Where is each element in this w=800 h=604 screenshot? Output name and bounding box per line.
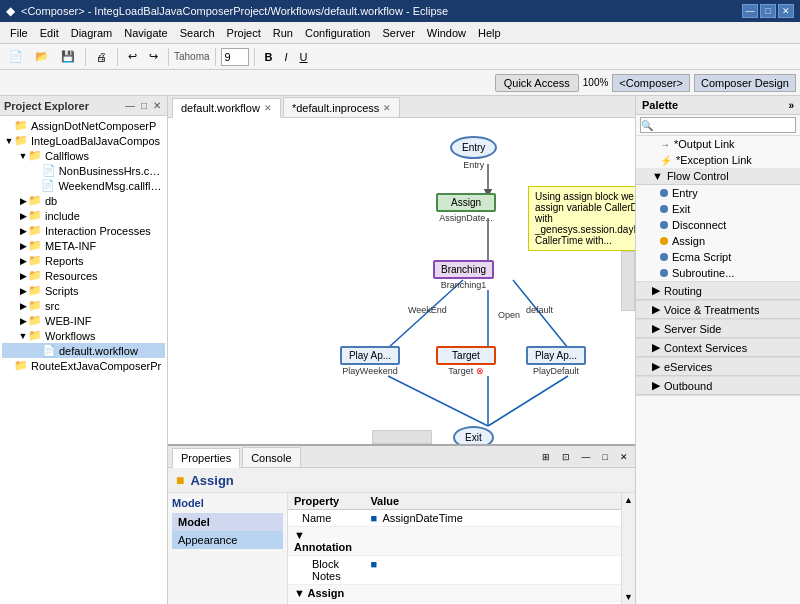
toolbar-italic[interactable]: I [280, 48, 293, 66]
palette-item-exit[interactable]: Exit [636, 201, 800, 217]
tree-item[interactable]: ▶📁Reports [2, 253, 165, 268]
panel-close-btn[interactable]: ✕ [151, 100, 163, 111]
node-entry[interactable]: Entry Entry [450, 136, 497, 170]
palette-item-exception-link[interactable]: ⚡ *Exception Link [636, 152, 800, 168]
toolbar-save[interactable]: 💾 [56, 47, 80, 66]
tab-close-inprocess[interactable]: ✕ [383, 103, 391, 113]
tree-item[interactable]: ▶📁WEB-INF [2, 313, 165, 328]
menu-run[interactable]: Run [267, 25, 299, 41]
tree-toggle-icon[interactable]: ▼ [18, 151, 28, 161]
palette-item-assign[interactable]: Assign [636, 233, 800, 249]
tab-default-inprocess[interactable]: *default.inprocess ✕ [283, 97, 400, 117]
composer-design-button[interactable]: Composer Design [694, 74, 796, 92]
minimize-button[interactable]: — [742, 4, 758, 18]
palette-search-input[interactable] [640, 117, 796, 133]
tree-item[interactable]: 📄WeekendMsg.callflow [2, 178, 165, 193]
bottom-panel-btn4[interactable]: □ [598, 449, 613, 465]
menu-diagram[interactable]: Diagram [65, 25, 119, 41]
palette-section-header-server[interactable]: ▶ Server Side [636, 320, 800, 338]
palette-item-ecma[interactable]: Ecma Script [636, 249, 800, 265]
tree-toggle-icon[interactable]: ▶ [18, 226, 28, 236]
tree-item[interactable]: ▼📁IntegLoadBalJavaCompos [2, 133, 165, 148]
bottom-panel-btn2[interactable]: ⊡ [557, 449, 575, 465]
panel-minimize-btn[interactable]: — [123, 100, 137, 111]
menu-configuration[interactable]: Configuration [299, 25, 376, 41]
palette-item-subroutine[interactable]: Subroutine... [636, 265, 800, 281]
tree-toggle-icon[interactable]: ▶ [18, 286, 28, 296]
menu-help[interactable]: Help [472, 25, 507, 41]
palette-item-output-link[interactable]: → *Output Link [636, 136, 800, 152]
close-button[interactable]: ✕ [778, 4, 794, 18]
palette-section-header-routing[interactable]: ▶ Routing [636, 282, 800, 300]
workflow-canvas[interactable]: WeekEnd Open default Entry [168, 118, 635, 444]
toolbar-new[interactable]: 📄 [4, 47, 28, 66]
horizontal-scrollbar[interactable] [372, 430, 432, 444]
tab-console[interactable]: Console [242, 447, 300, 467]
palette-section-header-eservices[interactable]: ▶ eServices [636, 358, 800, 376]
palette-item-entry[interactable]: Entry [636, 185, 800, 201]
tree-toggle-icon[interactable]: ▼ [18, 331, 28, 341]
palette-section-header-context[interactable]: ▶ Context Services [636, 339, 800, 357]
panel-maximize-btn[interactable]: □ [139, 100, 149, 111]
menu-navigate[interactable]: Navigate [118, 25, 173, 41]
tree-item[interactable]: ▶📁Scripts [2, 283, 165, 298]
maximize-button[interactable]: □ [760, 4, 776, 18]
bottom-panel-btn3[interactable]: — [577, 449, 596, 465]
tree-item[interactable]: ▼📁Workflows [2, 328, 165, 343]
node-assign[interactable]: Assign AssignDate... [436, 193, 496, 223]
node-target[interactable]: Target Target ⊗ [436, 346, 496, 376]
tree-toggle-icon[interactable]: ▶ [18, 196, 28, 206]
tree-item[interactable]: ▶📁include [2, 208, 165, 223]
scroll-up-btn[interactable]: ▲ [624, 495, 633, 505]
composer-perspective-button[interactable]: <Composer> [612, 74, 690, 92]
toolbar-bold[interactable]: B [260, 48, 278, 66]
menu-server[interactable]: Server [376, 25, 420, 41]
palette-item-disconnect[interactable]: Disconnect [636, 217, 800, 233]
model-item-appearance[interactable]: Appearance [172, 531, 283, 549]
palette-collapse-btn[interactable]: » [788, 100, 794, 111]
font-size-input[interactable] [221, 48, 249, 66]
toolbar-redo[interactable]: ↪ [144, 47, 163, 66]
menu-search[interactable]: Search [174, 25, 221, 41]
model-item-model[interactable]: Model [172, 513, 283, 531]
tree-item[interactable]: 📄default.workflow [2, 343, 165, 358]
node-branching[interactable]: Branching Branching1 [433, 260, 494, 290]
menu-project[interactable]: Project [221, 25, 267, 41]
palette-section-header-flow[interactable]: ▼ Flow Control [636, 168, 800, 185]
quick-access-button[interactable]: Quick Access [495, 74, 579, 92]
tree-toggle-icon[interactable]: ▶ [18, 301, 28, 311]
node-exit[interactable]: Exit [453, 426, 494, 444]
toolbar-undo[interactable]: ↩ [123, 47, 142, 66]
tree-toggle-icon[interactable]: ▶ [18, 271, 28, 281]
tab-close-workflow[interactable]: ✕ [264, 103, 272, 113]
palette-section-header-outbound[interactable]: ▶ Outbound [636, 377, 800, 395]
tree-toggle-icon[interactable]: ▶ [18, 316, 28, 326]
tab-properties[interactable]: Properties [172, 448, 240, 468]
tree-toggle-icon[interactable]: ▶ [18, 211, 28, 221]
tab-default-workflow[interactable]: default.workflow ✕ [172, 98, 281, 118]
bottom-panel-btn5[interactable]: ✕ [615, 449, 633, 465]
tree-item[interactable]: 📁RouteExtJavaComposerPr [2, 358, 165, 373]
tree-item[interactable]: ▶📁src [2, 298, 165, 313]
properties-scrollbar[interactable]: ▲ ▼ [621, 493, 635, 604]
toolbar-open[interactable]: 📂 [30, 47, 54, 66]
vertical-scrollbar[interactable] [621, 251, 635, 311]
tree-item[interactable]: ▶📁Interaction Processes [2, 223, 165, 238]
toolbar-print[interactable]: 🖨 [91, 48, 112, 66]
menu-window[interactable]: Window [421, 25, 472, 41]
tree-toggle-icon[interactable]: ▶ [18, 256, 28, 266]
tree-item[interactable]: ▶📁db [2, 193, 165, 208]
scroll-down-btn[interactable]: ▼ [624, 592, 633, 602]
node-play-default[interactable]: Play Ap... PlayDefault [526, 346, 586, 376]
tree-item[interactable]: 📁AssignDotNetComposerP [2, 118, 165, 133]
node-play-weekend[interactable]: Play Ap... PlayWeekend [340, 346, 400, 376]
tree-toggle-icon[interactable]: ▼ [4, 136, 14, 146]
menu-file[interactable]: File [4, 25, 34, 41]
tree-item[interactable]: 📄NonBusinessHrs.callf [2, 163, 165, 178]
toolbar-underline[interactable]: U [295, 48, 313, 66]
tree-item[interactable]: ▶📁META-INF [2, 238, 165, 253]
tree-item[interactable]: ▶📁Resources [2, 268, 165, 283]
palette-section-header-voice[interactable]: ▶ Voice & Treatments [636, 301, 800, 319]
menu-edit[interactable]: Edit [34, 25, 65, 41]
bottom-panel-btn1[interactable]: ⊞ [537, 449, 555, 465]
